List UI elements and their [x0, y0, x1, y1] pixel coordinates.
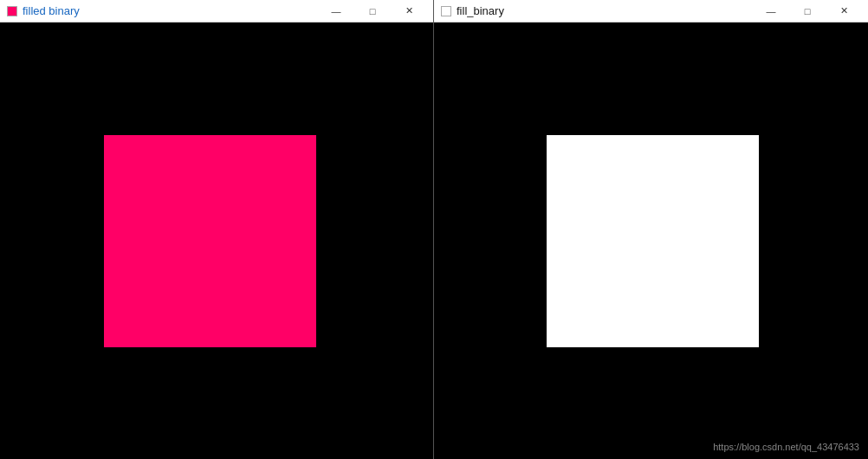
window-content-left [0, 23, 433, 459]
window-title-left: filled binary [23, 4, 319, 17]
white-rectangle [547, 135, 759, 347]
window-left: filled binary — □ ✕ [0, 0, 434, 459]
titlebar-controls-right: — □ ✕ [754, 0, 861, 23]
close-button-left[interactable]: ✕ [392, 0, 426, 23]
titlebar-right: fill_binary — □ ✕ [434, 0, 868, 23]
window-icon-left [7, 6, 17, 16]
window-right: fill_binary — □ ✕ https://blog.csdn.net/… [434, 0, 868, 459]
maximize-button-left[interactable]: □ [355, 0, 390, 23]
minimize-button-left[interactable]: — [319, 0, 353, 23]
window-content-right: https://blog.csdn.net/qq_43476433 [434, 23, 868, 459]
titlebar-controls-left: — □ ✕ [319, 0, 426, 23]
window-title-right: fill_binary [457, 4, 754, 17]
titlebar-left: filled binary — □ ✕ [0, 0, 433, 23]
pink-rectangle [104, 135, 316, 347]
close-button-right[interactable]: ✕ [826, 0, 861, 23]
watermark-text: https://blog.csdn.net/qq_43476433 [713, 442, 859, 452]
minimize-button-right[interactable]: — [754, 0, 788, 23]
window-icon-right [441, 6, 451, 16]
maximize-button-right[interactable]: □ [790, 0, 825, 23]
